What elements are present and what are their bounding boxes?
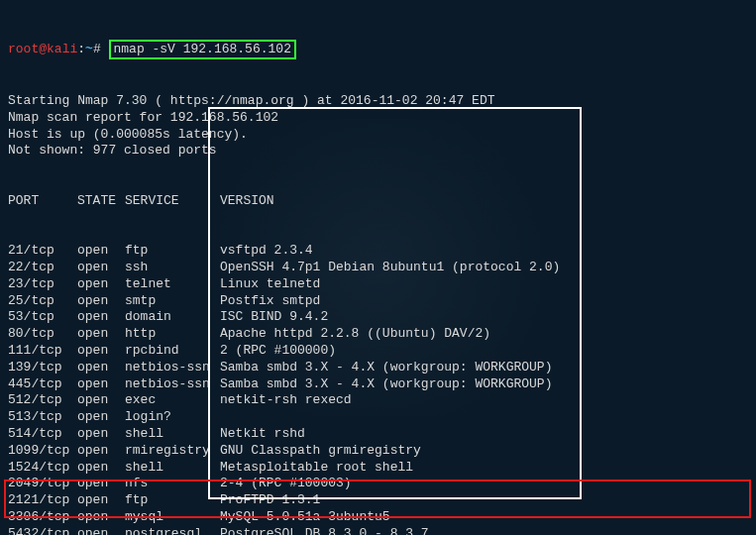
td-state: open bbox=[77, 309, 125, 326]
td-port: 80/tcp bbox=[8, 326, 77, 343]
td-state: open bbox=[77, 260, 125, 276]
td-service: mysql bbox=[125, 509, 220, 526]
td-service: smtp bbox=[125, 293, 220, 310]
td-version: ProFTPD 1.3.1 bbox=[220, 492, 320, 509]
td-port: 514/tcp bbox=[8, 426, 77, 443]
td-state: open bbox=[77, 326, 125, 343]
table-row: 53/tcpopendomainISC BIND 9.4.2 bbox=[8, 309, 748, 326]
table-header: PORTSTATESERVICEVERSION bbox=[8, 193, 748, 210]
intro-line: Host is up (0.000085s latency). bbox=[8, 127, 748, 144]
prompt-line[interactable]: root@kali:~# nmap -sV 192.168.56.102 bbox=[8, 40, 748, 60]
table-row: 1099/tcpopenrmiregistryGNU Classpath grm… bbox=[8, 443, 748, 460]
table-row: 139/tcpopennetbios-ssnSamba smbd 3.X - 4… bbox=[8, 360, 748, 376]
table-row: 2049/tcpopennfs2-4 (RPC #100003) bbox=[8, 476, 748, 492]
td-version: Metasploitable root shell bbox=[220, 460, 413, 477]
td-service: domain bbox=[125, 309, 220, 326]
table-row: 445/tcpopennetbios-ssnSamba smbd 3.X - 4… bbox=[8, 376, 748, 393]
th-state: STATE bbox=[77, 193, 125, 210]
prompt-hash: # bbox=[93, 42, 101, 56]
td-port: 21/tcp bbox=[8, 243, 77, 260]
td-port: 445/tcp bbox=[8, 376, 77, 393]
td-port: 2121/tcp bbox=[8, 492, 77, 509]
td-version: Postfix smtpd bbox=[220, 293, 320, 310]
td-port: 512/tcp bbox=[8, 392, 77, 409]
table-row: 3306/tcpopenmysqlMySQL 5.0.51a-3ubuntu5 bbox=[8, 509, 748, 526]
td-service: nfs bbox=[125, 476, 220, 492]
td-service: postgresql bbox=[125, 526, 220, 535]
table-row: 23/tcpopentelnetLinux telnetd bbox=[8, 276, 748, 293]
command-text: nmap -sV 192.168.56.102 bbox=[114, 42, 291, 56]
prompt-path: ~ bbox=[85, 42, 93, 56]
td-service: netbios-ssn bbox=[125, 360, 220, 376]
td-port: 5432/tcp bbox=[8, 526, 77, 535]
table-row: 21/tcpopenftpvsftpd 2.3.4 bbox=[8, 243, 748, 260]
td-version: 2 (RPC #100000) bbox=[220, 343, 336, 360]
td-service: shell bbox=[125, 460, 220, 477]
td-port: 3306/tcp bbox=[8, 509, 77, 526]
td-version: vsftpd 2.3.4 bbox=[220, 243, 313, 260]
td-version: GNU Classpath grmiregistry bbox=[220, 443, 421, 460]
td-port: 1524/tcp bbox=[8, 460, 77, 477]
table-row: 513/tcpopenlogin? bbox=[8, 409, 748, 426]
td-version: MySQL 5.0.51a-3ubuntu5 bbox=[220, 509, 390, 526]
td-version: Samba smbd 3.X - 4.X (workgroup: WORKGRO… bbox=[220, 360, 552, 376]
td-port: 139/tcp bbox=[8, 360, 77, 376]
terminal-output: root@kali:~# nmap -sV 192.168.56.102 Sta… bbox=[0, 0, 756, 535]
table-row: 1524/tcpopenshellMetasploitable root she… bbox=[8, 460, 748, 477]
td-version: PostgreSQL DB 8.3.0 - 8.3.7 bbox=[220, 526, 429, 535]
td-service: shell bbox=[125, 426, 220, 443]
td-version: Apache httpd 2.2.8 ((Ubuntu) DAV/2) bbox=[220, 326, 490, 343]
td-port: 22/tcp bbox=[8, 260, 77, 276]
prompt-host: kali bbox=[47, 42, 77, 56]
command-highlight-box: nmap -sV 192.168.56.102 bbox=[109, 40, 296, 60]
td-port: 2049/tcp bbox=[8, 476, 77, 492]
td-port: 1099/tcp bbox=[8, 443, 77, 460]
td-state: open bbox=[77, 293, 125, 310]
td-version: Linux telnetd bbox=[220, 276, 320, 293]
prompt-at: @ bbox=[39, 42, 47, 56]
th-service: SERVICE bbox=[125, 193, 220, 210]
table-row: 22/tcpopensshOpenSSH 4.7p1 Debian 8ubunt… bbox=[8, 260, 748, 276]
td-service: rmiregistry bbox=[125, 443, 220, 460]
prompt-colon: : bbox=[77, 42, 85, 56]
td-service: telnet bbox=[125, 276, 220, 293]
td-state: open bbox=[77, 509, 125, 526]
td-service: exec bbox=[125, 392, 220, 409]
intro-line: Nmap scan report for 192.168.56.102 bbox=[8, 110, 748, 127]
td-version: Netkit rshd bbox=[220, 426, 305, 443]
td-state: open bbox=[77, 360, 125, 376]
intro-line: Not shown: 977 closed ports bbox=[8, 143, 748, 160]
table-row: 512/tcpopenexecnetkit-rsh rexecd bbox=[8, 392, 748, 409]
td-state: open bbox=[77, 460, 125, 477]
td-service: ssh bbox=[125, 260, 220, 276]
td-state: open bbox=[77, 276, 125, 293]
td-service: ftp bbox=[125, 492, 220, 509]
td-service: login? bbox=[125, 409, 220, 426]
table-row: 80/tcpopenhttpApache httpd 2.2.8 ((Ubunt… bbox=[8, 326, 748, 343]
td-state: open bbox=[77, 343, 125, 360]
td-state: open bbox=[77, 392, 125, 409]
td-port: 53/tcp bbox=[8, 309, 77, 326]
td-state: open bbox=[77, 526, 125, 535]
td-version: netkit-rsh rexecd bbox=[220, 392, 352, 409]
td-version: 2-4 (RPC #100003) bbox=[220, 476, 352, 492]
td-service: rpcbind bbox=[125, 343, 220, 360]
td-version: Samba smbd 3.X - 4.X (workgroup: WORKGRO… bbox=[220, 376, 552, 393]
td-service: netbios-ssn bbox=[125, 376, 220, 393]
td-version: OpenSSH 4.7p1 Debian 8ubuntu1 (protocol … bbox=[220, 260, 560, 276]
td-port: 111/tcp bbox=[8, 343, 77, 360]
td-state: open bbox=[77, 243, 125, 260]
td-state: open bbox=[77, 443, 125, 460]
td-port: 513/tcp bbox=[8, 409, 77, 426]
th-port: PORT bbox=[8, 193, 77, 210]
td-version: ISC BIND 9.4.2 bbox=[220, 309, 328, 326]
prompt-user: root bbox=[8, 42, 39, 56]
table-row: 514/tcpopenshellNetkit rshd bbox=[8, 426, 748, 443]
td-state: open bbox=[77, 376, 125, 393]
td-port: 23/tcp bbox=[8, 276, 77, 293]
table-row: 2121/tcpopenftpProFTPD 1.3.1 bbox=[8, 492, 748, 509]
td-service: http bbox=[125, 326, 220, 343]
td-state: open bbox=[77, 426, 125, 443]
th-version: VERSION bbox=[220, 193, 274, 210]
table-row: 25/tcpopensmtpPostfix smtpd bbox=[8, 293, 748, 310]
